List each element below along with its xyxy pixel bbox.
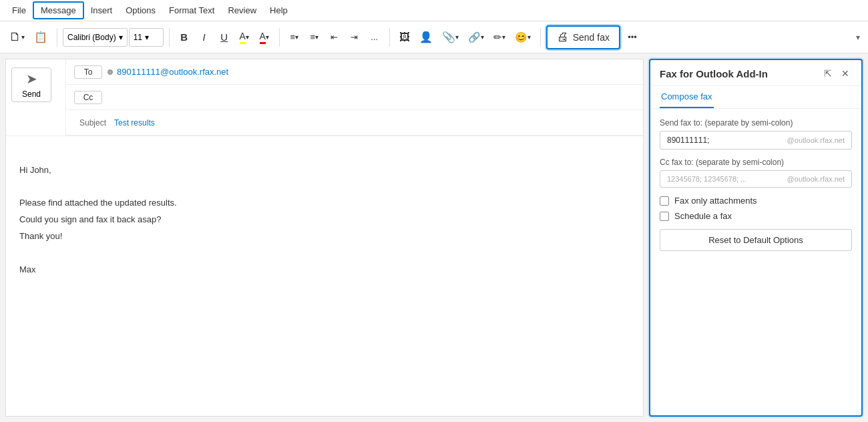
body-line-1 [19,147,630,161]
main-area: ➤ Send To 890111111@outlook.rfax.net Cc [0,53,868,422]
emoji-btn[interactable]: 😊 ▾ [511,27,535,48]
sep3 [279,28,280,47]
body-line-3 [19,180,630,194]
font-size-dropdown-icon: ▾ [145,33,149,42]
signature-dropdown-icon: ▾ [502,33,505,41]
fax-panel-body: Send fax to: (separate by semi-colon) 89… [650,109,861,415]
popout-icon: ⇱ [824,68,832,79]
link-dropdown-icon: ▾ [481,33,484,41]
to-row: To 890111111@outlook.rfax.net [66,59,643,85]
cc-fax-input[interactable]: 12345678; 12345678; ... @outlook.rfax.ne… [660,170,852,188]
send-to-value: 890111111; [667,136,709,145]
body-line-4: Please find attached the updated results… [19,196,630,210]
more-options-icon: ••• [628,32,637,42]
signature-btn[interactable]: ✏ ▾ [489,27,509,48]
body-line-8: Max [19,263,630,277]
person-icon: 👤 [419,31,433,43]
reset-default-options-button[interactable]: Reset to Default Options [660,229,852,251]
picture-btn[interactable]: 🖼 [395,27,414,48]
body-line-6: Thank you! [19,230,630,244]
cc-fax-domain: @outlook.rfax.net [787,175,845,183]
schedule-fax-label: Schedule a fax [674,211,732,221]
paste-btn[interactable]: 📋 [30,27,51,48]
send-to-group: Send fax to: (separate by semi-colon) 89… [660,118,852,150]
subject-row: Subject Test results [66,110,643,136]
send-area: ➤ Send [6,59,66,136]
sep5 [540,28,541,47]
font-group: Calibri (Body) ▾ 11 ▾ [63,28,164,47]
menu-bar: File Message Insert Options Format Text … [0,0,868,21]
more-format-icon: ... [371,32,378,42]
numbered-btn[interactable]: ≡ ▾ [305,27,324,48]
attach-dropdown-icon: ▾ [455,33,459,41]
italic-btn[interactable]: I [195,27,214,48]
subject-label: Subject [79,118,106,128]
send-fax-label: Send fax [573,32,610,43]
menu-message[interactable]: Message [33,1,84,19]
link-btn[interactable]: 🔗 ▾ [464,27,488,48]
bold-btn[interactable]: B [175,27,194,48]
send-to-label: Send fax to: (separate by semi-colon) [660,118,852,128]
menu-review[interactable]: Review [221,3,263,18]
sep4 [389,28,390,47]
email-compose-panel: ➤ Send To 890111111@outlook.rfax.net Cc [5,59,644,417]
body-line-2: Hi John, [19,164,630,178]
decrease-indent-btn[interactable]: ⇤ [325,27,344,48]
person-btn[interactable]: 👤 [415,27,437,48]
cc-button[interactable]: Cc [74,91,102,104]
send-to-input[interactable]: 890111111; @outlook.rfax.net [660,131,852,150]
numbered-icon: ≡ [310,32,315,42]
font-color-icon: A [260,31,266,44]
send-to-domain: @outlook.rfax.net [787,136,845,144]
send-fax-button[interactable]: 🖨 Send fax [546,25,620,49]
email-body[interactable]: Hi John, Please find attached the update… [6,136,643,290]
highlight-icon: A [240,31,246,44]
increase-indent-btn[interactable]: ⇥ [345,27,364,48]
underline-btn[interactable]: U [215,27,234,48]
cc-row: Cc [66,85,643,110]
sep1 [57,28,57,47]
fax-popout-btn[interactable]: ⇱ [821,67,835,80]
toolbar-scroll-btn[interactable]: ▾ [853,30,863,45]
to-button[interactable]: To [74,65,102,79]
cc-fax-group: Cc fax to: (separate by semi-colon) 1234… [660,158,852,188]
font-size-select[interactable]: 11 ▾ [129,28,164,47]
menu-file[interactable]: File [5,3,33,18]
font-family-select[interactable]: Calibri (Body) ▾ [63,28,128,47]
to-status-dot [107,69,113,75]
schedule-fax-row[interactable]: Schedule a fax [660,211,852,221]
body-line-7 [19,246,630,260]
menu-insert[interactable]: Insert [84,3,120,18]
numbered-dropdown-icon: ▾ [315,33,318,41]
new-email-btn[interactable]: 🗋 ▾ [5,27,29,48]
fax-panel-title: Fax for Outlook Add-In [660,68,768,79]
bullets-btn[interactable]: ≡ ▾ [285,27,304,48]
decrease-indent-icon: ⇤ [331,32,338,42]
bullets-dropdown-icon: ▾ [295,33,298,41]
highlight-btn[interactable]: A ▾ [235,27,254,48]
fax-close-btn[interactable]: ✕ [839,67,852,80]
menu-format-text[interactable]: Format Text [162,3,221,18]
send-email-button[interactable]: ➤ Send [11,67,51,102]
menu-help[interactable]: Help [263,3,294,18]
tab-compose-fax[interactable]: Compose fax [660,86,714,108]
increase-indent-icon: ⇥ [351,32,358,42]
font-color-dropdown-icon: ▾ [266,33,269,41]
new-email-icon: 🗋 [9,30,21,44]
menu-options[interactable]: Options [119,3,162,18]
send-email-label: Send [22,89,41,99]
close-icon: ✕ [841,68,849,79]
font-size-value: 11 [134,33,142,42]
fax-only-attachments-row[interactable]: Fax only attachments [660,196,852,206]
subject-value[interactable]: Test results [114,118,155,128]
font-dropdown-icon: ▾ [119,33,123,42]
emoji-dropdown-icon: ▾ [527,33,531,41]
to-value-field: 890111111@outlook.rfax.net [107,67,228,77]
more-format-btn[interactable]: ... [365,27,384,48]
attach-btn[interactable]: 📎 ▾ [438,27,463,48]
fax-only-attachments-checkbox[interactable] [660,196,669,206]
schedule-fax-checkbox[interactable] [660,212,669,221]
bullets-icon: ≡ [290,32,295,42]
font-color-btn[interactable]: A ▾ [255,27,274,48]
more-options-btn[interactable]: ••• [623,27,642,48]
